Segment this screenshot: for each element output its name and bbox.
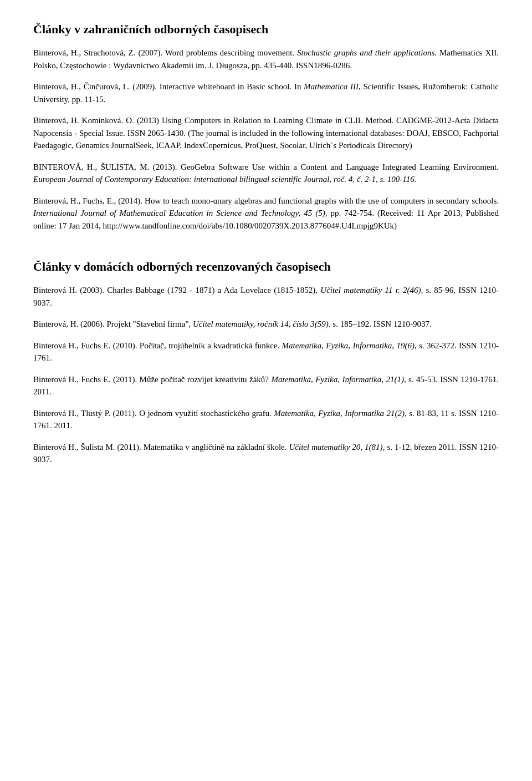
entry-10: Binterová H., Tlustý P. (2011). O jednom… — [33, 407, 499, 432]
entry-7-text: Binterová, H. (2006). Projekt "Stavební … — [33, 320, 432, 328]
section1-heading: Články v zahraničních odborných časopise… — [33, 22, 499, 37]
entry-2: Binterová, H., Činčurová, L. (2009). Int… — [33, 80, 499, 105]
section-foreign-journals: Články v zahraničních odborných časopise… — [33, 22, 499, 232]
entry-11-text: Binterová H., Šulista M. (2011). Matemat… — [33, 443, 499, 464]
entry-5: Binterová, H., Fuchs, E., (2014). How to… — [33, 195, 499, 232]
section2-heading: Články v domácích odborných recenzovanýc… — [33, 260, 499, 274]
entry-1: Binterová, H., Strachotová, Z. (2007). W… — [33, 47, 499, 72]
entry-7: Binterová, H. (2006). Projekt "Stavební … — [33, 318, 499, 331]
entry-3: Binterová, H. Komínková. O. (2013) Using… — [33, 114, 499, 152]
entry-1-text: Binterová, H., Strachotová, Z. (2007). W… — [33, 48, 499, 70]
entry-9: Binterová H., Fuchs E. (2011). Může počí… — [33, 373, 499, 398]
entry-10-text: Binterová H., Tlustý P. (2011). O jednom… — [33, 409, 499, 430]
entry-2-text: Binterová, H., Činčurová, L. (2009). Int… — [33, 82, 499, 104]
entry-4-text: BINTEROVÁ, H., ŠULISTA, M. (2013). GeoGe… — [33, 163, 499, 184]
entry-11: Binterová H., Šulista M. (2011). Matemat… — [33, 441, 499, 466]
entry-5-text: Binterová, H., Fuchs, E., (2014). How to… — [33, 196, 499, 230]
section-domestic-journals: Články v domácích odborných recenzovanýc… — [33, 260, 499, 466]
entry-8: Binterová H., Fuchs E. (2010). Počítač, … — [33, 339, 499, 364]
entry-6-text: Binterová H. (2003). Charles Babbage (17… — [33, 286, 499, 307]
entry-9-text: Binterová H., Fuchs E. (2011). Může počí… — [33, 375, 499, 397]
entry-4: BINTEROVÁ, H., ŠULISTA, M. (2013). GeoGe… — [33, 161, 499, 186]
entry-6: Binterová H. (2003). Charles Babbage (17… — [33, 284, 499, 309]
entry-3-text: Binterová, H. Komínková. O. (2013) Using… — [33, 116, 499, 150]
entry-8-text: Binterová H., Fuchs E. (2010). Počítač, … — [33, 341, 499, 363]
